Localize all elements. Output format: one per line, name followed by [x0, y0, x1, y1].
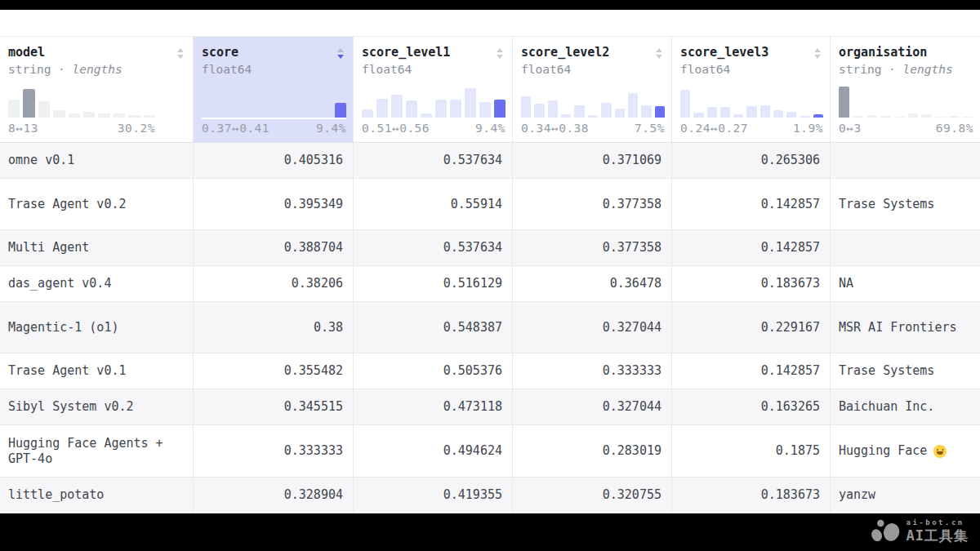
histogram-bar — [839, 87, 849, 118]
cell-score_level1: 0.55914 — [354, 179, 513, 229]
sort-control[interactable] — [814, 48, 821, 59]
watermark-text: ai-bot.cn AI工具集 — [906, 518, 969, 544]
histogram-bar — [733, 114, 743, 118]
watermark-site: ai-bot.cn — [906, 518, 964, 527]
column-histogram — [202, 85, 346, 118]
column-range-row: 0.37↔0.419.4% — [202, 122, 346, 136]
sort-desc-icon[interactable] — [337, 55, 344, 59]
sort-asc-icon[interactable] — [177, 48, 184, 52]
histogram-bar — [746, 106, 756, 118]
column-header-model[interactable]: modelstring · lengths8↔1330.2% — [0, 37, 194, 142]
cell-score_level1: 0.537634 — [354, 143, 513, 178]
range-label: 0.37↔0.41 — [202, 122, 270, 136]
cell-score: 0.328904 — [194, 478, 354, 513]
histogram-bar — [853, 116, 863, 118]
cell-score_level3: 0.142857 — [672, 353, 831, 389]
column-header-score[interactable]: scorefloat640.37↔0.419.4% — [194, 37, 354, 142]
histogram-baseline — [202, 118, 346, 119]
cell-model: little_potato — [0, 478, 194, 513]
cell-score: 0.355482 — [194, 353, 354, 389]
sort-control[interactable] — [337, 48, 344, 59]
column-type: float64 — [202, 62, 346, 77]
sort-asc-icon[interactable] — [814, 48, 821, 52]
cell-score_level1: 0.494624 — [354, 425, 513, 477]
column-header-organisation[interactable]: organisationstring · lengths0↔369.8% — [831, 37, 980, 142]
histogram-bar — [53, 110, 65, 118]
histogram-bar — [588, 115, 598, 118]
column-type: float64 — [680, 62, 823, 77]
histogram-bar — [655, 106, 665, 118]
frequency-label: 1.9% — [793, 122, 823, 136]
column-histogram — [680, 85, 823, 118]
histogram-bar — [866, 115, 877, 118]
table-body: omne v0.10.4053160.5376340.3710690.26530… — [0, 143, 980, 513]
table-row: Magentic-1 (o1)0.380.5483870.3270440.229… — [0, 302, 980, 353]
histogram-bar — [908, 113, 919, 118]
sort-control[interactable] — [177, 48, 184, 59]
sort-desc-icon[interactable] — [814, 55, 821, 59]
range-label: 8↔13 — [8, 122, 38, 136]
column-header-score_level2[interactable]: score_level2float640.34↔0.387.5% — [513, 37, 672, 142]
ai-bot-logo-icon — [870, 518, 901, 544]
histogram-bar — [786, 112, 796, 118]
histogram-bar — [8, 100, 20, 118]
sort-control[interactable] — [497, 48, 503, 59]
histogram-bar — [574, 105, 584, 118]
cell-model: Multi Agent — [0, 230, 194, 265]
column-header-score_level3[interactable]: score_level3float640.24↔0.271.9% — [672, 37, 831, 142]
histogram-bar — [548, 100, 558, 118]
column-range-row: 0.34↔0.387.5% — [521, 122, 665, 136]
cell-score: 0.388704 — [194, 230, 354, 265]
cell-organisation: NA — [831, 266, 980, 301]
histogram-bar — [963, 117, 973, 118]
histogram-bar — [534, 104, 544, 118]
column-name: score_level1 — [362, 45, 506, 60]
column-range-row: 0↔369.8% — [839, 122, 973, 136]
histogram-bar — [760, 105, 770, 118]
histogram-bar — [391, 95, 403, 118]
frequency-label: 9.4% — [316, 122, 346, 136]
column-name: model — [8, 45, 186, 60]
column-type: float64 — [521, 62, 665, 77]
column-histogram — [362, 85, 506, 118]
histogram-bar — [435, 100, 447, 118]
cell-score: 0.333333 — [194, 425, 354, 477]
column-range-row: 8↔1330.2% — [8, 122, 155, 136]
sort-asc-icon[interactable] — [337, 48, 344, 52]
histogram-bar — [83, 112, 95, 118]
frequency-label: 9.4% — [475, 122, 506, 136]
cell-score_level2: 0.327044 — [513, 389, 672, 424]
histogram-bar — [680, 90, 690, 118]
histogram-baseline — [680, 118, 823, 119]
cell-score: 0.345515 — [194, 389, 354, 424]
cell-organisation: yanzw — [831, 478, 980, 513]
sort-asc-icon[interactable] — [497, 48, 503, 52]
cell-score_level1: 0.548387 — [354, 302, 513, 353]
range-label: 0.51↔0.56 — [362, 122, 430, 136]
column-header-score_level1[interactable]: score_level1float640.51↔0.569.4% — [354, 37, 513, 142]
watermark: ai-bot.cn AI工具集 — [870, 518, 969, 544]
histogram-bar — [23, 89, 34, 118]
histogram-bar — [98, 113, 109, 118]
cell-model: Hugging Face Agents + GPT-4o — [0, 425, 194, 477]
cell-score_level1: 0.505376 — [354, 353, 513, 389]
histogram-bar — [144, 115, 155, 118]
cell-score_level3: 0.163265 — [672, 389, 831, 424]
cell-score_level1: 0.537634 — [354, 230, 513, 265]
cell-score: 0.395349 — [194, 179, 354, 229]
cell-organisation: MSR AI Frontiers — [831, 302, 980, 353]
sort-desc-icon[interactable] — [656, 55, 662, 59]
sort-asc-icon[interactable] — [656, 48, 662, 52]
cell-score_level3: 0.183673 — [672, 478, 831, 513]
sort-desc-icon[interactable] — [497, 55, 503, 59]
cell-score: 0.38206 — [194, 266, 354, 301]
sort-control[interactable] — [656, 48, 662, 59]
cell-score_level2: 0.371069 — [513, 143, 672, 178]
column-range-row: 0.24↔0.271.9% — [680, 122, 823, 136]
histogram-bar — [69, 113, 80, 118]
sort-desc-icon[interactable] — [177, 55, 184, 59]
cell-score_level3: 0.229167 — [672, 302, 831, 353]
cell-score_level1: 0.516129 — [354, 266, 513, 301]
histogram-bar — [479, 102, 491, 118]
histogram-bar — [693, 113, 703, 118]
